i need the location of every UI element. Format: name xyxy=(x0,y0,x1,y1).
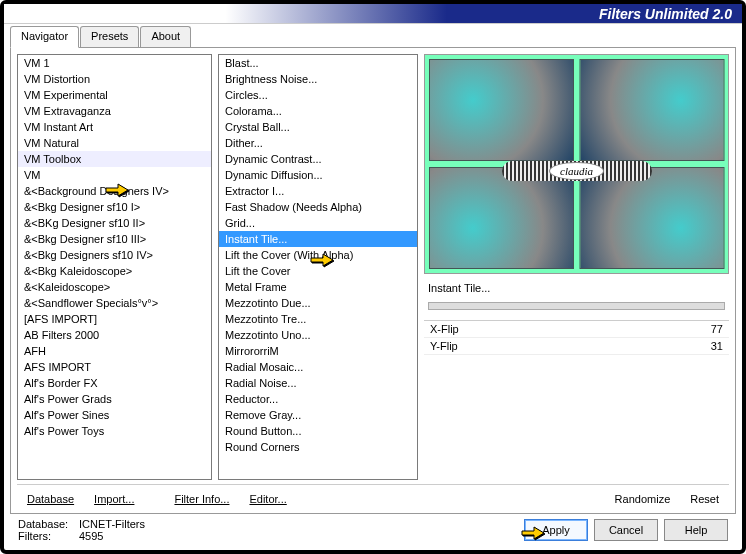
param-value: 77 xyxy=(711,323,723,335)
list-item[interactable]: Alf's Border FX xyxy=(18,375,211,391)
list-item[interactable]: Brightness Noise... xyxy=(219,71,417,87)
window: Filters Unlimited 2.0 Navigator Presets … xyxy=(0,0,746,554)
list-item[interactable]: Dynamic Diffusion... xyxy=(219,167,417,183)
watermark: claudia xyxy=(502,161,652,181)
preview-tile xyxy=(580,167,725,269)
link-randomize[interactable]: Randomize xyxy=(605,491,681,507)
preview-tile xyxy=(580,59,725,161)
link-reset[interactable]: Reset xyxy=(680,491,729,507)
cancel-button[interactable]: Cancel xyxy=(594,519,658,541)
list-item[interactable]: &<Bkg Designer sf10 III> xyxy=(18,231,211,247)
list-item[interactable]: Colorama... xyxy=(219,103,417,119)
apply-button[interactable]: Apply xyxy=(524,519,588,541)
param-row[interactable]: Y-Flip31 xyxy=(424,338,729,355)
status-db-value: ICNET-Filters xyxy=(79,518,145,530)
list-item[interactable]: VM Instant Art xyxy=(18,119,211,135)
preview-tile xyxy=(429,59,574,161)
list-item[interactable]: MirrororriM xyxy=(219,343,417,359)
list-item[interactable]: [AFS IMPORT] xyxy=(18,311,211,327)
list-item[interactable]: Alf's Power Grads xyxy=(18,391,211,407)
param-row[interactable]: X-Flip77 xyxy=(424,321,729,338)
navigator-panel: VM 1VM DistortionVM ExperimentalVM Extra… xyxy=(10,47,736,514)
list-item[interactable]: Round Corners xyxy=(219,439,417,455)
links-row: Database Import... Filter Info... Editor… xyxy=(17,484,729,507)
link-editor[interactable]: Editor... xyxy=(239,491,296,507)
list-item[interactable]: Alf's Power Sines xyxy=(18,407,211,423)
list-item[interactable]: Metal Frame xyxy=(219,279,417,295)
param-value: 31 xyxy=(711,340,723,352)
parameters-grid: X-Flip77Y-Flip31 xyxy=(424,320,729,355)
list-item[interactable]: AFH xyxy=(18,343,211,359)
status-filters-label: Filters: xyxy=(18,530,73,542)
app-title: Filters Unlimited 2.0 xyxy=(599,6,732,22)
filters-list[interactable]: Blast...Brightness Noise...Circles...Col… xyxy=(218,54,418,480)
list-item[interactable]: VM xyxy=(18,167,211,183)
tab-presets[interactable]: Presets xyxy=(80,26,139,48)
list-item[interactable]: Blast... xyxy=(219,55,417,71)
list-item[interactable]: VM 1 xyxy=(18,55,211,71)
current-filter-row: Instant Tile... xyxy=(424,280,729,296)
list-item[interactable]: Dynamic Contrast... xyxy=(219,151,417,167)
link-database[interactable]: Database xyxy=(17,491,84,507)
list-item[interactable]: Fast Shadow (Needs Alpha) xyxy=(219,199,417,215)
preview-image: claudia xyxy=(424,54,729,274)
list-item[interactable]: VM Distortion xyxy=(18,71,211,87)
list-item[interactable]: &<Background Designers IV> xyxy=(18,183,211,199)
list-item[interactable]: &<Bkg Designer sf10 I> xyxy=(18,199,211,215)
list-item[interactable]: &<Bkg Kaleidoscope> xyxy=(18,263,211,279)
status-filters-value: 4595 xyxy=(79,530,103,542)
list-item[interactable]: Radial Noise... xyxy=(219,375,417,391)
list-item[interactable]: Radial Mosaic... xyxy=(219,359,417,375)
list-item[interactable]: VM Toolbox xyxy=(18,151,211,167)
link-filter-info[interactable]: Filter Info... xyxy=(164,491,239,507)
titlebar: Filters Unlimited 2.0 xyxy=(4,4,742,24)
list-item[interactable]: &<Kaleidoscope> xyxy=(18,279,211,295)
list-item[interactable]: &<Sandflower Specials°v°> xyxy=(18,295,211,311)
categories-list[interactable]: VM 1VM DistortionVM ExperimentalVM Extra… xyxy=(17,54,212,480)
list-item[interactable]: Remove Gray... xyxy=(219,407,417,423)
list-item[interactable]: AB Filters 2000 xyxy=(18,327,211,343)
list-item[interactable]: &<BKg Designer sf10 II> xyxy=(18,215,211,231)
footer: Database:ICNET-Filters Filters:4595 Appl… xyxy=(10,514,736,546)
list-item[interactable]: Alf's Power Toys xyxy=(18,423,211,439)
tab-row: Navigator Presets About xyxy=(10,26,736,48)
param-name: Y-Flip xyxy=(430,340,458,352)
preview-tile xyxy=(429,167,574,269)
list-item[interactable]: VM Experimental xyxy=(18,87,211,103)
list-item[interactable]: VM Natural xyxy=(18,135,211,151)
list-item[interactable]: Mezzotinto Tre... xyxy=(219,311,417,327)
param-name: X-Flip xyxy=(430,323,459,335)
list-item[interactable]: Crystal Ball... xyxy=(219,119,417,135)
list-item[interactable]: Mezzotinto Due... xyxy=(219,295,417,311)
footer-buttons: Apply Cancel Help xyxy=(524,519,728,541)
preview-column: claudia Instant Tile... X-Flip77Y-Flip31 xyxy=(424,54,729,480)
slider-row xyxy=(424,302,729,310)
list-item[interactable]: AFS IMPORT xyxy=(18,359,211,375)
watermark-text: claudia xyxy=(560,165,593,177)
status-info: Database:ICNET-Filters Filters:4595 xyxy=(18,518,145,542)
link-import[interactable]: Import... xyxy=(84,491,144,507)
list-item[interactable]: Reductor... xyxy=(219,391,417,407)
list-item[interactable]: Grid... xyxy=(219,215,417,231)
list-item[interactable]: Mezzotinto Uno... xyxy=(219,327,417,343)
list-item[interactable]: Round Button... xyxy=(219,423,417,439)
list-item[interactable]: Lift the Cover xyxy=(219,263,417,279)
list-item[interactable]: &<Bkg Designers sf10 IV> xyxy=(18,247,211,263)
tab-navigator[interactable]: Navigator xyxy=(10,26,79,48)
help-button[interactable]: Help xyxy=(664,519,728,541)
list-item[interactable]: VM Extravaganza xyxy=(18,103,211,119)
current-filter-label: Instant Tile... xyxy=(428,282,725,294)
list-item[interactable]: Circles... xyxy=(219,87,417,103)
tab-about[interactable]: About xyxy=(140,26,191,48)
columns: VM 1VM DistortionVM ExperimentalVM Extra… xyxy=(17,54,729,480)
list-item[interactable]: Dither... xyxy=(219,135,417,151)
list-item[interactable]: Extractor I... xyxy=(219,183,417,199)
content: Navigator Presets About VM 1VM Distortio… xyxy=(4,24,742,550)
list-item[interactable]: Lift the Cover (With Alpha) xyxy=(219,247,417,263)
progress-bar[interactable] xyxy=(428,302,725,310)
list-item[interactable]: Instant Tile... xyxy=(219,231,417,247)
status-db-label: Database: xyxy=(18,518,73,530)
